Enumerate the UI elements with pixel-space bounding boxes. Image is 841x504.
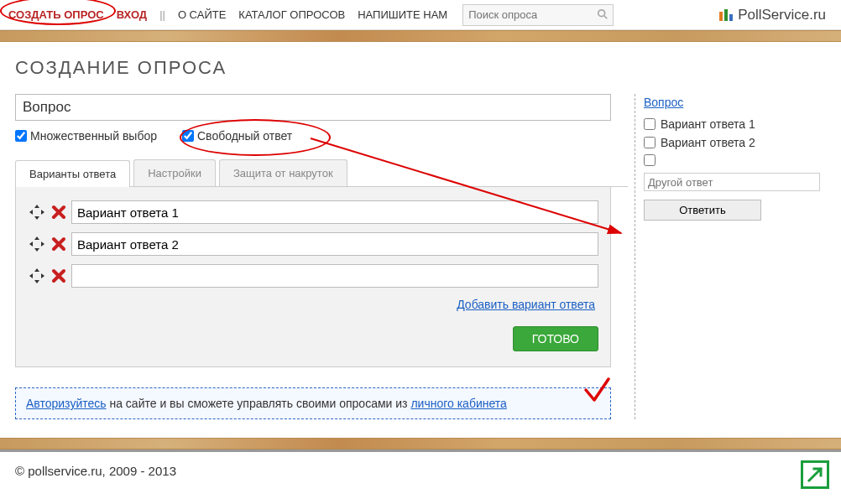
brand: PollService.ru <box>719 7 826 23</box>
preview-other-input[interactable] <box>644 173 820 191</box>
option-row <box>28 264 598 288</box>
nav-create-poll[interactable]: СОЗДАТЬ ОПРОС <box>8 8 104 21</box>
move-icon[interactable] <box>28 203 46 221</box>
top-nav: СОЗДАТЬ ОПРОС ВХОД || О САЙТЕ КАТАЛОГ ОП… <box>8 8 447 21</box>
multiple-choice-checkbox[interactable]: Множественный выбор <box>15 129 157 143</box>
delete-icon[interactable] <box>50 203 68 221</box>
add-option-link[interactable]: Добавить вариант ответа <box>28 298 595 311</box>
share-icon[interactable] <box>801 460 829 489</box>
option-input-2[interactable] <box>71 232 598 256</box>
delete-icon[interactable] <box>50 235 68 253</box>
tab-variants[interactable]: Варианты ответа <box>15 160 130 187</box>
move-icon[interactable] <box>28 267 46 285</box>
multiple-choice-label: Множественный выбор <box>30 129 157 143</box>
ready-button[interactable]: ГОТОВО <box>513 326 598 351</box>
option-input-1[interactable] <box>71 200 598 224</box>
free-answer-label: Свободный ответ <box>197 129 292 143</box>
search-input[interactable] <box>462 4 614 26</box>
option-row <box>28 232 598 256</box>
auth-login-link[interactable]: Авторизуйтесь <box>26 397 107 410</box>
svg-rect-2 <box>719 12 723 21</box>
svg-marker-8 <box>41 210 44 215</box>
column-separator <box>635 94 635 419</box>
page-title: СОЗДАНИЕ ОПРОСА <box>15 57 826 79</box>
move-icon[interactable] <box>28 235 46 253</box>
multiple-choice-input[interactable] <box>15 130 27 142</box>
svg-marker-20 <box>41 273 44 278</box>
free-answer-input[interactable] <box>182 130 194 142</box>
svg-point-0 <box>598 9 605 16</box>
nav-catalog[interactable]: КАТАЛОГ ОПРОСОВ <box>238 8 345 21</box>
svg-marker-19 <box>29 273 33 278</box>
wood-strip-top <box>0 30 841 42</box>
option-input-3[interactable] <box>71 264 598 288</box>
preview-question-link[interactable]: Вопрос <box>644 96 683 109</box>
brand-text: PollService.ru <box>738 7 826 23</box>
nav-separator: || <box>159 8 165 21</box>
svg-marker-6 <box>34 216 39 220</box>
free-answer-checkbox[interactable]: Свободный ответ <box>182 129 292 143</box>
nav-contact[interactable]: НАПИШИТЕ НАМ <box>358 8 447 21</box>
preview-option[interactable]: Вариант ответа 2 <box>644 136 826 149</box>
auth-cabinet-link[interactable]: личного кабинета <box>410 397 506 410</box>
preview-submit-button[interactable]: Ответить <box>644 200 761 221</box>
auth-hint-box: Авторизуйтесь на сайте и вы сможете упра… <box>15 387 611 419</box>
svg-marker-18 <box>34 280 39 283</box>
search-box <box>462 4 614 26</box>
tabs: Варианты ответа Настройки Защита от накр… <box>15 159 628 187</box>
brand-icon <box>719 9 733 21</box>
editor-column: Множественный выбор Свободный ответ Вари… <box>15 94 628 419</box>
svg-marker-11 <box>34 236 39 240</box>
tab-antifraud[interactable]: Защита от накруток <box>219 159 347 186</box>
tab-settings[interactable]: Настройки <box>133 159 216 186</box>
preview-column: Вопрос Вариант ответа 1 Вариант ответа 2… <box>644 94 826 419</box>
svg-marker-7 <box>29 210 33 215</box>
svg-rect-3 <box>724 9 728 21</box>
preview-option[interactable]: Вариант ответа 1 <box>644 117 826 131</box>
wood-strip-bottom <box>0 438 841 449</box>
svg-marker-5 <box>34 205 39 208</box>
auth-text: на сайте и вы сможете управлять своими о… <box>107 397 411 410</box>
svg-line-1 <box>604 15 608 18</box>
preview-option-empty[interactable] <box>644 154 826 166</box>
delete-icon[interactable] <box>50 267 68 285</box>
svg-marker-14 <box>41 242 44 247</box>
nav-about[interactable]: О САЙТЕ <box>178 8 226 21</box>
tab-body-variants: Добавить вариант ответа ГОТОВО <box>15 187 611 367</box>
svg-marker-12 <box>34 248 39 252</box>
option-row <box>28 200 598 224</box>
nav-login[interactable]: ВХОД <box>117 8 147 21</box>
footer: © pollservice.ru, 2009 - 2013 <box>0 449 841 490</box>
copyright: © pollservice.ru, 2009 - 2013 <box>15 464 176 478</box>
search-icon[interactable] <box>597 8 609 23</box>
svg-rect-4 <box>729 14 733 21</box>
svg-marker-13 <box>29 242 33 247</box>
svg-marker-17 <box>34 268 39 272</box>
question-input[interactable] <box>15 94 611 121</box>
